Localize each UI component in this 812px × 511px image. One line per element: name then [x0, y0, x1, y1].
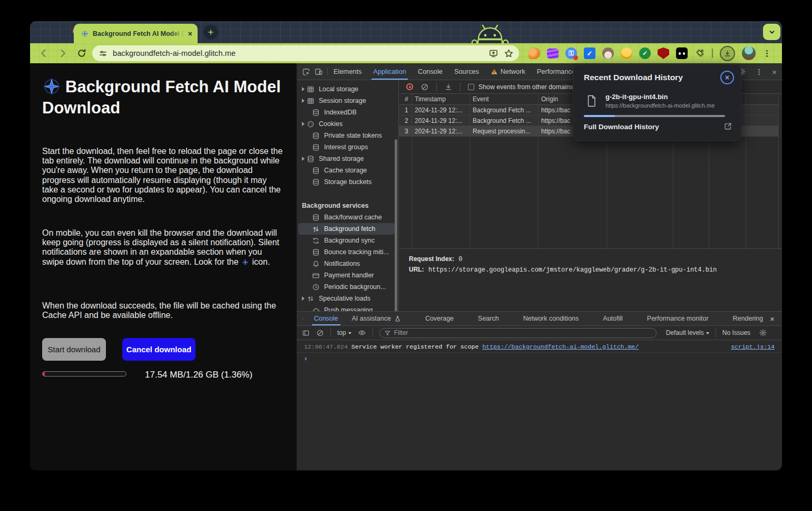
extension-shield-red-icon[interactable]	[658, 47, 669, 59]
caret-down-icon	[706, 332, 709, 334]
drawer-menu-kebab-icon[interactable]	[301, 315, 304, 323]
sidebar-item-indexeddb[interactable]: IndexedDB	[297, 107, 399, 118]
back-button[interactable]	[38, 48, 49, 59]
extension-stack-icon[interactable]	[547, 49, 559, 59]
file-document-icon	[585, 93, 599, 109]
sidebar-item-payment-handler[interactable]: Payment handler	[297, 269, 399, 281]
extension-check-blue-icon[interactable]: ✓	[584, 47, 595, 59]
drawer-tab-search[interactable]: Search	[471, 312, 506, 325]
tab-sources[interactable]: Sources	[448, 63, 485, 80]
record-button[interactable]	[406, 83, 413, 90]
console-prompt-chevron[interactable]: ›	[305, 354, 307, 362]
expand-arrow-icon[interactable]	[302, 87, 305, 91]
sidebar-item-cache-storage[interactable]: Cache storage	[297, 165, 399, 176]
extension-dark-reader-icon[interactable]	[676, 47, 688, 59]
device-toolbar-icon[interactable]	[315, 68, 323, 76]
sidebar-item-push-messaging[interactable]: Push messaging	[297, 304, 399, 311]
new-tab-button[interactable]	[203, 25, 218, 40]
devtools-menu-kebab-icon[interactable]	[755, 68, 763, 76]
popup-title: Recent Download History	[584, 73, 683, 82]
database-icon	[312, 167, 320, 175]
site-settings-icon[interactable]	[99, 49, 107, 58]
sidebar-item-shared-storage[interactable]: Shared storage	[297, 153, 399, 165]
inspect-element-icon[interactable]	[302, 68, 310, 76]
col-timestamp[interactable]: Timestamp	[415, 94, 470, 104]
browser-menu-kebab-icon[interactable]	[762, 49, 771, 58]
drawer-close-icon[interactable]: ×	[770, 314, 775, 323]
popup-close-button[interactable]: ×	[720, 71, 734, 84]
extension-worker-icon[interactable]	[621, 47, 632, 59]
sidebar-item-local-storage[interactable]: Local storage	[297, 83, 399, 95]
extension-key-icon[interactable]: ⚿	[565, 47, 577, 59]
sidebar-item-session-storage[interactable]: Session storage	[297, 95, 399, 107]
console-sidebar-toggle-icon[interactable]	[302, 329, 310, 337]
up-down-arrows-icon	[307, 295, 315, 303]
console-settings-gear-icon[interactable]	[759, 329, 767, 337]
browser-tab-active[interactable]: Background Fetch AI Model D ×	[74, 24, 198, 43]
console-source-link[interactable]: script.js:14	[731, 343, 775, 350]
expand-arrow-icon[interactable]	[302, 296, 305, 301]
col-event[interactable]: Event	[473, 94, 539, 104]
extension-monkey-icon[interactable]	[602, 47, 614, 59]
sidebar-item-background-fetch-selected[interactable]: Background fetch	[297, 223, 399, 235]
log-levels-dropdown[interactable]: Default levels	[666, 329, 709, 336]
drawer-tab-ai-assistance[interactable]: AI assistance	[345, 312, 408, 325]
drawer-tab-performance-monitor[interactable]: Performance monitor	[640, 312, 716, 325]
omnibox[interactable]: backgroundfetch-ai-model.glitch.me	[92, 45, 519, 61]
drawer-tab-network-conditions[interactable]: Network conditions	[516, 312, 586, 325]
extensions-puzzle-icon[interactable]	[694, 48, 705, 59]
tab-application[interactable]: Application	[367, 63, 412, 80]
tab-console[interactable]: Console	[412, 63, 448, 80]
download-progress-label: 17.54 MB/1.26 GB (1.36%)	[145, 370, 252, 380]
sidebar-item-storage-buckets[interactable]: Storage buckets	[297, 176, 399, 188]
profile-avatar[interactable]	[742, 46, 756, 60]
sidebar-item-periodic-background-sync[interactable]: Periodic backgroun...	[297, 281, 399, 293]
sidebar-item-private-state-tokens[interactable]: Private state tokens	[297, 130, 399, 141]
sidebar-item-back-forward-cache[interactable]: Back/forward cache	[297, 211, 399, 223]
devtools-close-icon[interactable]: ×	[772, 68, 777, 76]
sidebar-item-speculative-loads[interactable]: Speculative loads	[297, 293, 399, 304]
install-app-icon[interactable]	[488, 49, 498, 59]
expand-arrow-icon[interactable]	[302, 122, 305, 126]
console-filter-input[interactable]: Filter	[379, 328, 657, 338]
tab-search-chevron-button[interactable]	[763, 24, 780, 40]
clear-icon[interactable]	[420, 83, 429, 91]
console-scope-link[interactable]: https://backgroundfetch-ai-model.glitch.…	[482, 343, 639, 350]
drawer-tab-console[interactable]: Console	[307, 312, 345, 325]
sparkle-icon	[42, 77, 61, 96]
downloads-button-active[interactable]	[720, 46, 735, 61]
col-num[interactable]: #	[405, 94, 413, 104]
start-download-button[interactable]: Start download	[42, 338, 106, 361]
tab-favicon-sparkle-icon	[81, 30, 89, 37]
forward-button[interactable]	[57, 48, 68, 59]
drawer-tab-rendering[interactable]: Rendering	[726, 312, 770, 325]
tab-elements[interactable]: Elements	[328, 63, 367, 80]
reload-button[interactable]	[76, 48, 87, 59]
url-text[interactable]: backgroundfetch-ai-model.glitch.me	[113, 49, 483, 57]
sidebar-item-notifications[interactable]: Notifications	[297, 258, 399, 269]
issues-counter[interactable]: No Issues	[722, 329, 750, 336]
cancel-download-button[interactable]: Cancel download	[122, 338, 195, 361]
drawer-tab-coverage[interactable]: Coverage	[418, 312, 461, 325]
drawer-tab-autofill[interactable]: Autofill	[596, 312, 630, 325]
full-download-history-link[interactable]: Full Download History	[584, 123, 659, 131]
request-url-line: URL: https://storage.googleapis.com/jmst…	[409, 266, 717, 274]
tab-network[interactable]: Network	[485, 63, 531, 80]
clear-console-icon[interactable]	[316, 329, 324, 337]
sidebar-item-interest-groups[interactable]: Interest groups	[297, 141, 399, 153]
extension-squirrel-icon[interactable]	[529, 47, 540, 59]
external-link-icon[interactable]	[723, 122, 732, 131]
live-expression-eye-icon[interactable]	[358, 329, 366, 337]
sidebar-item-background-sync[interactable]: Background sync	[297, 235, 399, 246]
expand-arrow-icon[interactable]	[302, 157, 305, 161]
extension-verified-green-icon[interactable]: ✓	[639, 47, 651, 59]
expand-arrow-icon[interactable]	[302, 99, 305, 103]
sidebar-item-bounce-tracking[interactable]: Bounce tracking miti...	[297, 246, 399, 258]
tab-close-icon[interactable]: ×	[188, 30, 192, 38]
show-events-checkbox[interactable]	[468, 84, 474, 90]
download-file-name[interactable]: g-2b-it-gpu-int4.bin	[605, 93, 668, 101]
save-events-icon[interactable]	[444, 83, 453, 91]
bookmark-star-icon[interactable]	[504, 49, 514, 59]
sidebar-item-cookies[interactable]: Cookies	[297, 118, 399, 130]
context-selector[interactable]: top	[337, 329, 351, 336]
